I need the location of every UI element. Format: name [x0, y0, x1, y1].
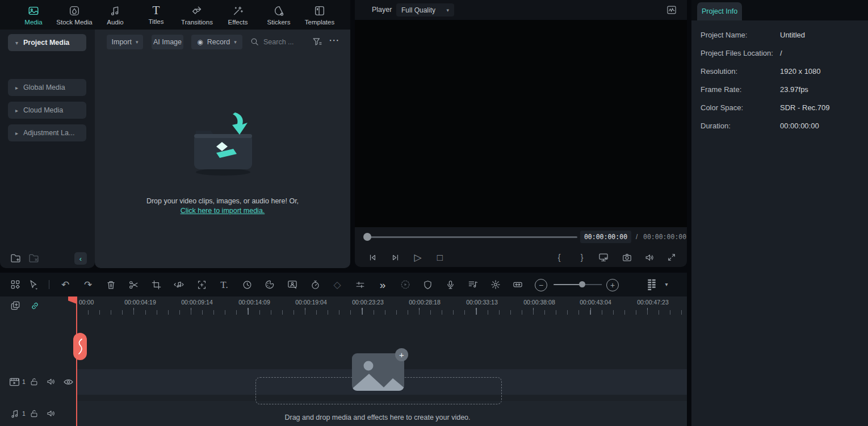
scopes-icon[interactable]: [666, 5, 677, 15]
nav-tab-stickers[interactable]: Stickers: [258, 0, 299, 30]
chroma-key-icon[interactable]: [286, 278, 299, 291]
sidebar-item-label: Global Media: [23, 83, 65, 91]
keyframe-icon[interactable]: ◇: [331, 278, 343, 291]
voiceover-icon[interactable]: [444, 278, 456, 291]
new-folder-button[interactable]: [10, 252, 22, 264]
timeline-drop-hint: Drag and drop media and effects here to …: [77, 414, 678, 421]
playhead-marker[interactable]: [73, 333, 87, 360]
media-browser-toggle-icon[interactable]: [9, 278, 22, 291]
info-label: Color Space:: [701, 103, 743, 112]
add-media-badge[interactable]: +: [395, 348, 408, 361]
video-track-mute-icon[interactable]: [45, 375, 57, 388]
playhead-flag[interactable]: [68, 296, 77, 304]
current-timecode[interactable]: 00:00:00:00: [580, 231, 631, 243]
split-scissors-icon[interactable]: [127, 278, 140, 291]
ruler-timecode-label: 00:00:14:09: [238, 299, 270, 306]
zoom-in-button[interactable]: +: [606, 279, 619, 291]
record-button[interactable]: ◉ Record ▾: [191, 35, 242, 49]
volume-button[interactable]: [643, 251, 656, 264]
next-frame-button[interactable]: [389, 251, 401, 264]
plus-icon: +: [399, 350, 404, 360]
more-tools-icon[interactable]: »: [376, 278, 389, 291]
nav-tab-transitions[interactable]: Transitions: [177, 0, 217, 30]
seek-thumb[interactable]: [363, 233, 371, 241]
collapse-sidebar-button[interactable]: ‹: [74, 252, 87, 265]
nav-tab-audio[interactable]: Audio: [95, 0, 136, 30]
sidebar-item-adjustment-layer[interactable]: ▸ Adjustment La...: [8, 124, 86, 141]
add-clip-icon[interactable]: [9, 299, 22, 312]
link-clips-icon[interactable]: [28, 299, 41, 312]
sidebar-item-global-media[interactable]: ▸ Global Media: [8, 79, 86, 96]
audio-sync-icon[interactable]: [467, 278, 479, 291]
nav-tab-media[interactable]: Media: [13, 0, 54, 30]
sidebar-item-label: Adjustment La...: [23, 129, 74, 137]
audio-stretch-icon[interactable]: [173, 278, 185, 291]
video-preview[interactable]: [355, 20, 687, 227]
import-button[interactable]: Import ▾: [107, 35, 143, 49]
play-button[interactable]: ▷: [412, 251, 424, 264]
info-value: 00:00:00:00: [780, 122, 819, 130]
previous-frame-button[interactable]: [366, 251, 379, 264]
video-track-lock-icon[interactable]: [28, 375, 40, 388]
mark-in-icon: {: [558, 253, 561, 261]
text-tool-icon[interactable]: T.: [218, 278, 230, 291]
audio-track-mute-icon[interactable]: [45, 407, 57, 420]
info-row-project-name: Project Name: Untitled: [691, 31, 868, 41]
render-preview-icon[interactable]: [399, 278, 412, 291]
select-tool-icon[interactable]: [27, 278, 40, 291]
motion-track-icon[interactable]: [195, 278, 208, 291]
filter-icon[interactable]: [312, 36, 322, 47]
search-input[interactable]: Search ...: [263, 38, 294, 46]
nav-label: Stickers: [267, 19, 291, 26]
stop-button[interactable]: □: [434, 251, 446, 264]
sidebar-item-cloud-media[interactable]: ▸ Cloud Media: [8, 102, 86, 119]
video-track-visibility-icon[interactable]: [62, 375, 74, 388]
more-options-icon[interactable]: ⋯: [329, 35, 340, 45]
quality-select[interactable]: Full Quality ▾: [396, 3, 454, 16]
nav-tab-stock-media[interactable]: Stock Media: [54, 0, 95, 30]
crop-icon[interactable]: [150, 278, 162, 291]
delete-button[interactable]: [104, 278, 117, 291]
info-row-color-space: Color Space: SDR - Rec.709: [691, 103, 868, 114]
zoom-slider-thumb[interactable]: [579, 281, 585, 287]
nav-tab-templates[interactable]: Templates: [299, 0, 340, 30]
sticker-icon: [272, 5, 285, 17]
undo-button[interactable]: ↶: [59, 278, 72, 291]
mark-in-button[interactable]: {: [553, 251, 565, 264]
auto-ripple-icon[interactable]: [511, 278, 524, 291]
audio-track-lock-icon[interactable]: [28, 407, 40, 420]
track-manager-icon[interactable]: [645, 278, 658, 291]
snapshot-button[interactable]: [620, 251, 633, 264]
seek-bar[interactable]: [367, 236, 577, 238]
info-row-duration: Duration: 00:00:00:00: [691, 122, 868, 132]
sidebar-item-label: Cloud Media: [23, 106, 63, 114]
fullscreen-button[interactable]: [665, 251, 678, 264]
info-value: /: [780, 49, 782, 57]
color-palette-icon[interactable]: [263, 278, 276, 291]
display-device-button[interactable]: [597, 251, 610, 264]
timer-icon[interactable]: [309, 278, 321, 291]
nav-tab-effects[interactable]: Effects: [217, 0, 258, 30]
track-manager-caret[interactable]: ▾: [660, 278, 673, 291]
auto-split-icon[interactable]: [489, 278, 502, 291]
redo-button[interactable]: ↷: [82, 278, 94, 291]
timeline-ruler[interactable]: 00:0000:00:04:1900:00:09:1400:00:14:0900…: [77, 299, 687, 307]
nav-tab-titles[interactable]: T Titles: [136, 0, 177, 30]
import-media-link[interactable]: Click here to import media.: [95, 207, 350, 215]
mark-out-button[interactable]: }: [576, 251, 588, 264]
info-label: Project Files Location:: [701, 49, 773, 57]
mask-icon[interactable]: [421, 278, 434, 291]
speed-icon[interactable]: [241, 278, 253, 291]
mark-out-icon: }: [581, 253, 584, 261]
delete-folder-button[interactable]: [28, 252, 40, 264]
zoom-out-button[interactable]: −: [535, 279, 547, 291]
playhead[interactable]: [76, 296, 77, 426]
import-folder-icon[interactable]: [179, 108, 267, 179]
info-value: Untitled: [780, 31, 805, 39]
tab-project-info[interactable]: Project Info: [697, 2, 742, 20]
transitions-icon: [191, 5, 203, 17]
ai-image-button[interactable]: AI Image: [152, 35, 183, 49]
adjust-icon[interactable]: [354, 278, 366, 291]
sidebar-item-project-media[interactable]: ▾ Project Media: [8, 34, 86, 51]
nav-label: Media: [24, 19, 42, 26]
